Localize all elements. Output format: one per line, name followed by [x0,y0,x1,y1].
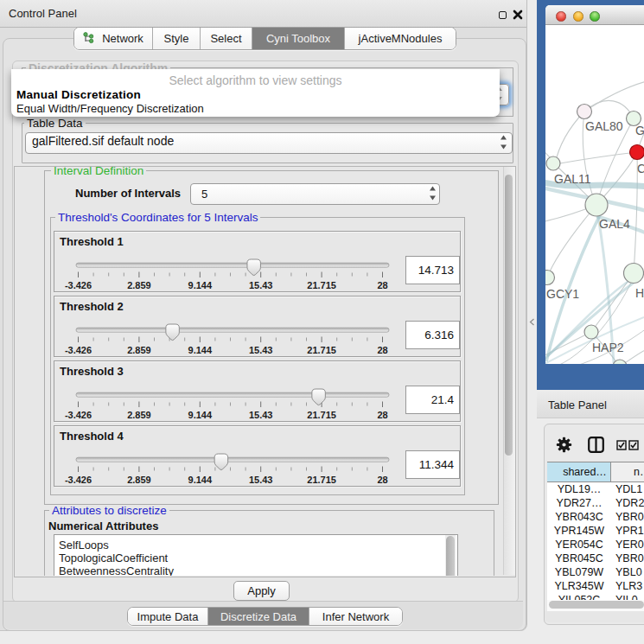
svg-text:HAP2: HAP2 [592,341,624,354]
svg-text:CYB: CYB [637,162,644,175]
svg-text:GAL4: GAL4 [599,217,630,231]
svg-text:GAL80: GAL80 [585,119,623,133]
svg-text:GAL11: GAL11 [554,172,591,186]
svg-text:HA: HA [635,286,644,300]
svg-text:GCY1: GCY1 [546,287,579,301]
svg-text:GAL3: GAL3 [635,124,644,137]
